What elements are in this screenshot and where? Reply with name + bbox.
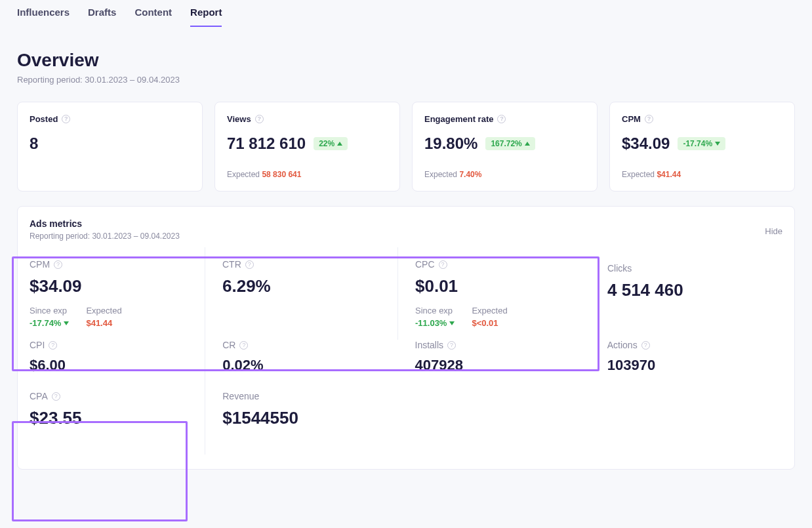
arrow-down-icon — [449, 321, 455, 325]
ads-row-3: CPA ? $23.55 Revenue $1544550 — [30, 379, 782, 455]
ads-cpa-cell: CPA ? $23.55 — [30, 379, 205, 455]
ads-cpi-label: CPI — [30, 340, 45, 350]
tab-influencers[interactable]: Influencers — [17, 7, 70, 27]
ads-clicks-cell: Clicks 4 514 460 — [590, 247, 782, 340]
ads-revenue-label: Revenue — [222, 391, 259, 401]
kpi-cpm-delta: -17.74% — [678, 137, 725, 150]
ads-cpc-expected-value: $<0.01 — [472, 318, 507, 328]
ads-cpm-expected-label: Expected — [86, 306, 121, 315]
kpi-views-value: 71 812 610 — [227, 134, 306, 153]
kpi-engagement-label: Engagement rate — [424, 114, 493, 124]
help-icon[interactable]: ? — [54, 260, 62, 269]
ads-period: Reporting period: 30.01.2023 – 09.04.202… — [30, 232, 180, 241]
ads-cpc-value: $0.01 — [415, 276, 581, 296]
ads-cpc-since-value: -11.03% — [415, 318, 455, 328]
ads-cr-value: 0.02% — [222, 357, 388, 374]
arrow-down-icon — [715, 142, 720, 146]
ads-metrics-panel: Ads metrics Reporting period: 30.01.2023… — [17, 206, 795, 470]
tab-drafts[interactable]: Drafts — [88, 7, 116, 27]
help-icon[interactable]: ? — [239, 341, 248, 350]
help-icon[interactable]: ? — [641, 341, 650, 350]
ads-cpm-cell: CPM ? $34.09 Since exp -17.74% — [30, 247, 205, 340]
ads-row-1: CPM ? $34.09 Since exp -17.74% — [30, 247, 782, 340]
ads-clicks-value: 4 514 460 — [607, 280, 773, 300]
ads-grid: CPM ? $34.09 Since exp -17.74% — [30, 247, 782, 455]
ads-installs-value: 407928 — [415, 357, 581, 374]
ads-installs-label: Installs — [415, 340, 444, 350]
ads-cpm-since-label: Since exp — [30, 306, 69, 315]
kpi-posted-value: 8 — [30, 134, 190, 153]
kpi-cpm-label: CPM — [622, 114, 641, 124]
kpi-card-cpm: CPM ? $34.09 -17.74% Expected $41.44 — [609, 102, 795, 192]
ads-actions-cell: Actions ? 103970 — [590, 336, 782, 379]
arrow-up-icon — [525, 142, 530, 146]
ads-cr-label: CR — [222, 340, 235, 350]
ads-cpa-label: CPA — [30, 391, 48, 401]
hide-toggle[interactable]: Hide — [765, 226, 782, 236]
help-icon[interactable]: ? — [52, 392, 60, 401]
page-title: Overview — [17, 50, 795, 71]
arrow-up-icon — [337, 142, 342, 146]
ads-cr-cell: CR ? 0.02% — [205, 336, 397, 379]
kpi-cpm-value: $34.09 — [622, 134, 670, 153]
ads-cpc-label: CPC — [415, 259, 435, 270]
ads-cpi-cell: CPI ? $6.00 — [30, 336, 205, 379]
help-icon[interactable]: ? — [62, 115, 70, 123]
kpi-card-engagement: Engagement rate ? 19.80% 167.72% Expecte… — [412, 102, 598, 192]
ads-cpm-label: CPM — [30, 259, 50, 270]
ads-cpi-value: $6.00 — [30, 357, 195, 374]
ads-cpm-expected-value: $41.44 — [86, 318, 121, 328]
kpi-engagement-value: 19.80% — [424, 134, 477, 153]
kpi-views-label: Views — [227, 114, 251, 124]
ads-cpc-cell: CPC ? $0.01 Since exp -11.03% — [397, 247, 590, 340]
ads-empty-cell — [590, 379, 782, 455]
ads-cpm-value: $34.09 — [30, 276, 195, 296]
ads-empty-cell — [398, 379, 590, 455]
ads-actions-label: Actions — [607, 340, 638, 350]
tab-report[interactable]: Report — [190, 7, 222, 27]
ads-row-2: CPI ? $6.00 CR ? 0.02% Installs ? — [30, 336, 782, 379]
help-icon[interactable]: ? — [645, 115, 653, 123]
arrow-down-icon — [64, 321, 69, 325]
ads-cpm-since-value: -17.74% — [30, 318, 69, 328]
page-subtitle-period: Reporting period: 30.01.2023 – 09.04.202… — [17, 75, 795, 85]
help-icon[interactable]: ? — [255, 115, 264, 123]
ads-revenue-value: $1544550 — [222, 408, 388, 428]
kpi-cpm-expected: Expected $41.44 — [622, 170, 782, 179]
help-icon[interactable]: ? — [497, 115, 506, 123]
kpi-card-posted: Posted ? 8 — [17, 102, 203, 192]
ads-cpa-value: $23.55 — [30, 408, 195, 428]
kpi-card-views: Views ? 71 812 610 22% Expected 58 830 6… — [214, 102, 400, 192]
kpi-posted-label: Posted — [30, 114, 58, 124]
help-icon[interactable]: ? — [245, 260, 254, 269]
kpi-views-expected: Expected 58 830 641 — [227, 170, 388, 179]
tabs-nav: Influencers Drafts Content Report — [17, 0, 795, 28]
help-icon[interactable]: ? — [49, 341, 57, 350]
kpi-row: Posted ? 8 Views ? 71 812 610 22% Expect… — [17, 102, 795, 192]
ads-installs-cell: Installs ? 407928 — [398, 336, 590, 379]
ads-revenue-cell: Revenue $1544550 — [205, 379, 397, 455]
ads-actions-value: 103970 — [607, 357, 773, 374]
kpi-engagement-delta: 167.72% — [485, 137, 535, 150]
ads-ctr-cell: CTR ? 6.29% — [205, 247, 397, 340]
ads-cpc-since-label: Since exp — [415, 306, 455, 315]
tab-content[interactable]: Content — [134, 7, 172, 27]
help-icon[interactable]: ? — [447, 341, 456, 350]
ads-cpc-expected-label: Expected — [472, 306, 507, 315]
kpi-views-delta: 22% — [314, 137, 348, 150]
ads-ctr-label: CTR — [222, 259, 241, 270]
ads-clicks-label: Clicks — [607, 263, 632, 274]
kpi-engagement-expected: Expected 7.40% — [424, 170, 585, 179]
help-icon[interactable]: ? — [439, 260, 447, 269]
ads-title: Ads metrics — [30, 218, 180, 229]
ads-ctr-value: 6.29% — [222, 276, 388, 296]
